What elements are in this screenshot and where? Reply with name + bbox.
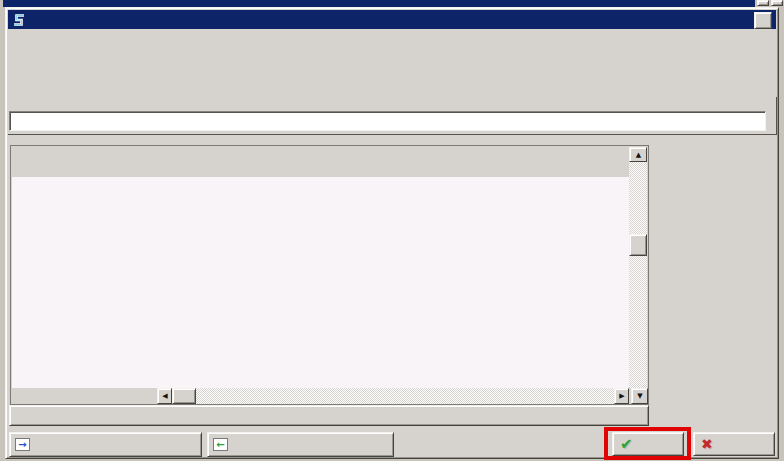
file-import-icon: ←: [213, 438, 228, 451]
background-window-titlebar: [3, 0, 755, 7]
marcar-desde-archivo-button[interactable]: ←: [207, 432, 394, 457]
marcar-movimientos-button[interactable]: [9, 405, 649, 426]
seleccion-de-socios-dialog: ▲ ◀ ▶ ▼ → ← ✔ ✖: [5, 7, 779, 459]
v-scrollbar-down-icon[interactable]: ▼: [631, 388, 648, 404]
members-grid: ▲ ◀ ▶ ▼: [10, 145, 649, 405]
green-check-icon: ✔: [620, 435, 633, 453]
v-scrollbar-up-icon[interactable]: ▲: [629, 147, 647, 162]
h-scrollbar-track[interactable]: [157, 388, 629, 404]
v-scrollbar-thumb[interactable]: [629, 234, 647, 256]
blue-arrow-icon: →: [15, 438, 30, 451]
h-scrollbar-thumb[interactable]: [172, 388, 196, 404]
background-window-button: [757, 0, 769, 6]
seleccionador-masivo-button[interactable]: →: [9, 432, 202, 457]
grid-rows: [12, 177, 629, 388]
red-x-icon: ✖: [701, 436, 713, 452]
h-scrollbar-left-icon[interactable]: ◀: [157, 388, 172, 404]
app-logo-icon: [12, 13, 26, 27]
tab-row-2: [9, 54, 779, 75]
close-icon[interactable]: [754, 12, 772, 29]
cancelar-button[interactable]: ✖: [693, 432, 775, 456]
search-input[interactable]: [9, 111, 766, 131]
grid-navigator-bar: ◀ ▶ ▼: [12, 388, 648, 404]
background-window-button: [771, 0, 783, 6]
v-scrollbar-track[interactable]: [629, 162, 647, 388]
continuar-button[interactable]: ✔: [612, 432, 684, 456]
tab-row-1: [9, 32, 779, 53]
tab-row-3: [9, 76, 779, 97]
h-scrollbar-right-icon[interactable]: ▶: [614, 388, 629, 404]
dialog-titlebar: [8, 10, 776, 29]
